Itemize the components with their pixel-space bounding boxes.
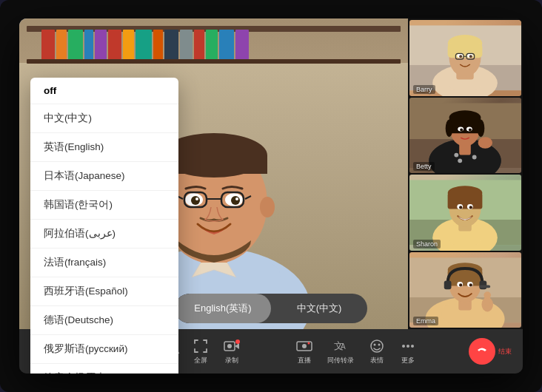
svg-rect-60 [448,193,483,209]
translate-label: 同传转录 [327,356,354,365]
svg-rect-73 [444,280,452,289]
svg-point-47 [478,119,485,136]
app-container: Barry [0,0,542,392]
svg-rect-26 [448,44,483,58]
reactions-button[interactable]: 表情 [364,335,389,368]
svg-point-30 [469,55,472,58]
svg-point-41 [458,158,462,163]
lang-english-label: English(英语) [194,302,251,315]
thumbnail-betty[interactable]: Betty [409,98,521,174]
reactions-icon [369,338,385,354]
svg-point-40 [472,155,477,159]
menu-item-french[interactable]: 法语(français) [30,249,178,277]
svg-point-10 [195,197,198,200]
svg-point-51 [469,128,472,131]
svg-point-101 [308,342,310,344]
svg-point-100 [302,344,307,348]
thumbnails-panel: Barry [408,18,523,329]
thumb-name-emma: Emma [413,317,438,325]
record-label: 录制 [225,356,238,365]
svg-point-108 [406,345,409,348]
svg-point-11 [235,197,238,200]
svg-point-9 [231,196,240,205]
svg-rect-45 [449,117,481,132]
svg-point-52 [478,137,492,149]
fullscreen-label: 全屏 [194,356,207,365]
thumbnail-sharon[interactable]: Sharon [409,175,521,251]
more-label: 更多 [401,356,415,365]
svg-point-38 [454,152,458,157]
menu-item-korean-label: 韩国语(한국어) [44,198,113,212]
dropdown-menu: off 中文(中文) 英语(English) 日本语(Japanese) 韩国语… [30,78,178,374]
menu-item-chinese-label: 中文(中文) [44,112,92,125]
live-button[interactable]: 直播 [292,335,317,368]
svg-point-8 [191,196,200,205]
menu-item-chinese[interactable]: 中文(中文) [30,104,178,133]
menu-item-russian[interactable]: 俄罗斯语(русский) [30,335,178,364]
menu-item-french-label: 法语(français) [44,256,106,269]
thumb-name-betty: Betty [413,162,435,171]
svg-rect-75 [479,285,490,288]
video-window: Barry [19,18,523,374]
svg-point-105 [374,343,376,345]
svg-point-109 [411,345,414,348]
menu-item-english-label: 英语(English) [44,141,104,154]
menu-item-off[interactable]: off [30,78,178,104]
svg-point-64 [469,206,472,209]
fullscreen-icon [193,338,209,354]
end-label: 结束 [498,347,512,356]
live-icon [296,338,312,354]
svg-point-46 [446,119,453,136]
menu-item-japanese[interactable]: 日本语(Japanese) [30,162,178,191]
menu-item-japanese-label: 日本语(Japanese) [44,169,125,183]
svg-marker-97 [235,343,239,349]
reactions-label: 表情 [370,356,384,365]
svg-point-96 [227,344,232,348]
menu-item-mute[interactable]: 静音会场原声 [30,364,178,374]
svg-point-29 [459,55,462,58]
thumb-name-sharon: Sharon [413,240,441,249]
menu-item-spanish[interactable]: 西班牙语(Español) [30,277,178,306]
svg-point-78 [459,283,462,286]
live-label: 直播 [298,356,311,365]
lang-switcher: English(英语) 中文(中文) [175,294,367,323]
menu-item-english[interactable]: 英语(English) [30,133,178,162]
thumbnail-emma[interactable]: Emma [409,252,521,328]
translate-button[interactable]: 文A 同传转录 [323,335,358,368]
svg-text:A: A [341,342,346,351]
more-icon [400,338,416,354]
lang-chinese-label: 中文(中文) [297,302,342,315]
svg-point-18 [260,197,275,217]
lang-english[interactable]: English(英语) [175,294,271,323]
fullscreen-button[interactable]: 全屏 [188,335,213,368]
menu-item-arabic[interactable]: 阿拉伯语(عربى) [30,220,178,249]
more-button[interactable]: 更多 [395,335,421,368]
svg-point-98 [235,339,240,344]
toolbar-right: 结束 [469,338,512,365]
toolbar-center: 直播 文A 同传转录 表情 [292,335,421,368]
thumb-name-barry: Barry [413,85,435,94]
record-button[interactable]: 录制 [219,335,244,368]
end-meeting-button[interactable] [469,338,495,365]
lang-chinese[interactable]: 中文(中文) [271,294,367,323]
menu-item-mute-label: 静音会场原声 [44,371,106,374]
menu-item-spanish-label: 西班牙语(Español) [44,285,128,298]
thumbnail-barry[interactable]: Barry [409,20,521,96]
menu-item-arabic-label: 阿拉伯语(عربى) [44,227,116,240]
svg-point-50 [460,128,463,131]
menu-item-german[interactable]: 德语(Deutsche) [30,306,178,335]
svg-point-63 [459,206,462,209]
record-icon [224,338,240,354]
menu-item-russian-label: 俄罗斯语(русский) [44,342,127,356]
svg-point-82 [484,291,491,299]
translate-icon: 文A [332,338,349,354]
menu-item-korean[interactable]: 韩国语(한국어) [30,191,178,220]
svg-point-106 [378,343,381,345]
svg-point-107 [402,345,405,348]
svg-point-79 [469,283,472,286]
menu-item-german-label: 德语(Deutsche) [44,314,113,327]
menu-item-off-label: off [44,85,56,96]
